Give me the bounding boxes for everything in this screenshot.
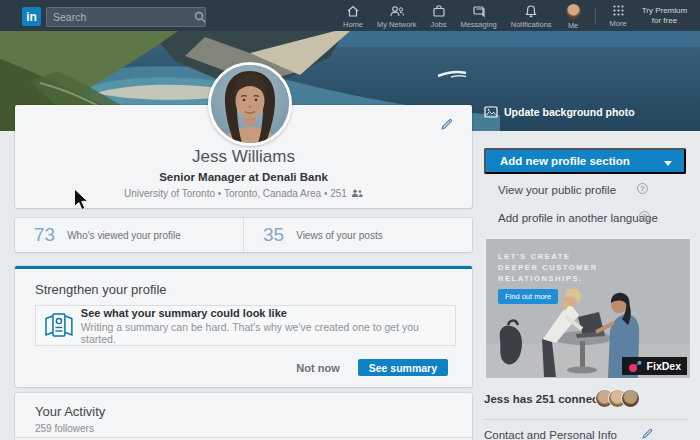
ad-line: LET'S CREATE <box>498 251 598 262</box>
search-bar[interactable] <box>46 7 206 27</box>
edit-contact-pencil-icon[interactable] <box>641 427 654 440</box>
jobs-icon <box>432 4 446 18</box>
sidebar-divider <box>484 419 688 420</box>
stat-post-views[interactable]: 35 Views of your posts <box>243 218 472 252</box>
nav-label: Notifications <box>511 20 552 29</box>
profile-meta-text: University of Toronto • Toronto, Canada … <box>124 188 347 199</box>
nav-label: My Network <box>377 20 417 29</box>
linkedin-logo[interactable]: in <box>22 7 41 26</box>
nav-item-more[interactable]: More <box>603 0 634 31</box>
nav-label: Jobs <box>431 20 447 29</box>
ad-copy: LET'S CREATE DEEPER CUSTOMER RELATIONSHI… <box>498 251 598 284</box>
home-icon <box>346 4 360 18</box>
more-grid-icon <box>612 4 625 17</box>
view-public-profile-link[interactable]: View your public profile <box>498 184 616 196</box>
update-background-photo-button[interactable]: Update background photo <box>484 106 635 118</box>
nav-item-jobs[interactable]: Jobs <box>424 0 454 31</box>
strengthen-title: Strengthen your profile <box>35 282 167 297</box>
nav-label: Messaging <box>460 20 496 29</box>
stat-value: 73 <box>34 224 55 246</box>
contact-info-row[interactable]: Contact and Personal Info <box>484 427 688 440</box>
profile-meta: University of Toronto • Toronto, Canada … <box>15 188 472 199</box>
chevron-down-icon <box>664 161 672 166</box>
messaging-icon <box>472 4 486 18</box>
see-summary-button[interactable]: See summary <box>358 359 448 376</box>
nav-item-notifications[interactable]: Notifications <box>504 0 559 31</box>
linkedin-profile-page: in Home My Networ <box>0 0 700 440</box>
stat-label: Views of your posts <box>296 230 383 241</box>
try-premium-link[interactable]: Try Premium for free <box>642 0 687 31</box>
edit-profile-pencil-icon[interactable] <box>440 117 454 131</box>
ad-line: RELATIONSHIPS. <box>498 273 598 284</box>
nav-divider <box>595 8 596 24</box>
connection-avatars <box>595 389 640 408</box>
suggestion-subtitle: Writing a summary can be hard. That's wh… <box>81 321 455 345</box>
premium-line2: for free <box>652 16 677 26</box>
stat-value: 35 <box>263 224 284 246</box>
profile-headline: Senior Manager at Denali Bank <box>15 171 472 183</box>
summary-document-icon <box>44 312 74 339</box>
top-navigation-bar: in Home My Networ <box>0 0 700 31</box>
add-section-label: Add new profile section <box>500 155 630 167</box>
profile-name: Jess Williams <box>15 147 472 167</box>
your-activity-card: Your Activity 259 followers <box>15 393 472 440</box>
followers-count: 259 followers <box>35 423 94 434</box>
nav-item-messaging[interactable]: Messaging <box>453 0 503 31</box>
activity-title: Your Activity <box>35 404 105 419</box>
activity-divider <box>15 437 472 438</box>
my-network-icon <box>389 4 405 18</box>
nav-items: Home My Network Jobs <box>336 0 687 31</box>
help-icon[interactable]: ? <box>639 211 650 222</box>
nav-item-my-network[interactable]: My Network <box>370 0 424 31</box>
dashboard-stats-card: 73 Who's viewed your profile 35 Views of… <box>15 218 472 252</box>
add-profile-section-button[interactable]: Add new profile section <box>484 148 686 174</box>
suggestion-text: See what your summary could look like Wr… <box>81 307 455 345</box>
search-icon <box>194 11 206 23</box>
premium-line1: Try Premium <box>642 6 687 16</box>
contact-info-label: Contact and Personal Info <box>484 429 617 440</box>
connection-avatar <box>621 389 640 408</box>
help-icon[interactable]: ? <box>637 183 648 194</box>
profile-photo[interactable] <box>208 62 292 146</box>
summary-suggestion-box: See what your summary could look like Wr… <box>35 305 456 346</box>
connections-people-icon <box>351 189 363 198</box>
sponsored-ad[interactable]: LET'S CREATE DEEPER CUSTOMER RELATIONSHI… <box>484 237 692 380</box>
stat-label: Who's viewed your profile <box>67 230 181 241</box>
ad-line: DEEPER CUSTOMER <box>498 262 598 273</box>
ad-brand-name: FixDex <box>647 360 681 372</box>
strengthen-profile-card: Strengthen your profile See what your su… <box>15 266 472 387</box>
not-now-button[interactable]: Not now <box>296 362 339 374</box>
me-avatar <box>566 4 581 19</box>
stat-profile-views[interactable]: 73 Who's viewed your profile <box>15 218 243 252</box>
ad-find-out-more-button[interactable]: Find out more <box>498 289 558 304</box>
suggestion-title: See what your summary could look like <box>81 307 455 319</box>
fixdex-molecule-icon <box>628 360 643 373</box>
nav-item-home[interactable]: Home <box>336 0 370 31</box>
connections-row[interactable]: Jess has 251 connections <box>484 389 688 409</box>
photo-icon <box>484 106 498 118</box>
strengthen-actions: Not now See summary <box>296 359 448 376</box>
nav-label: More <box>610 19 627 28</box>
nav-item-me[interactable]: Me <box>559 0 588 31</box>
nav-label: Home <box>343 20 363 29</box>
notifications-icon <box>524 4 538 18</box>
add-profile-language-link[interactable]: Add profile in another language <box>498 212 658 224</box>
update-background-label: Update background photo <box>504 106 635 118</box>
ad-brand-logo: FixDex <box>622 357 687 375</box>
nav-label: Me <box>568 21 578 30</box>
search-input[interactable] <box>47 11 194 23</box>
